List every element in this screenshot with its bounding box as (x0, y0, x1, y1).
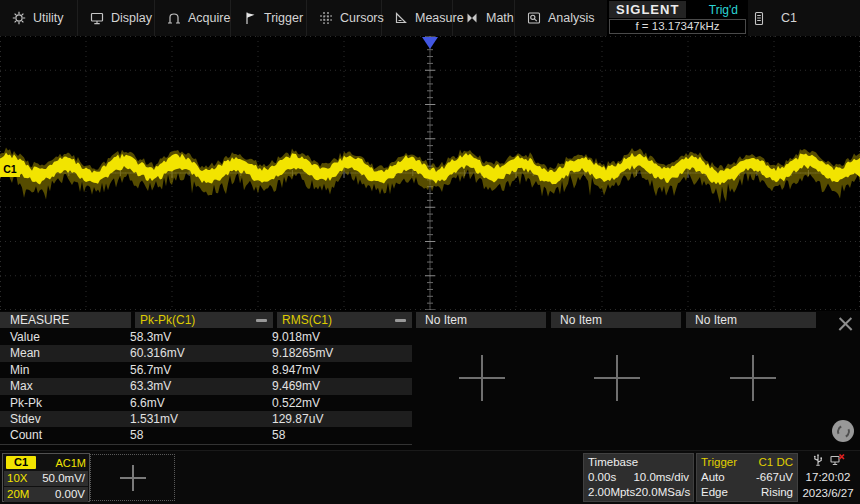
measure-col-pkpk[interactable]: Pk-Pk(C1) (135, 312, 273, 328)
acquire-icon (166, 11, 181, 26)
menu-label: Utility (33, 11, 64, 25)
channel-position-marker[interactable]: C1 (0, 161, 20, 177)
remove-measure-icon[interactable] (395, 319, 406, 322)
rms-value: 9.18265mV (272, 345, 412, 361)
add-measure-icon[interactable] (594, 355, 640, 401)
measure-col-label: No Item (695, 313, 737, 327)
close-icon[interactable] (835, 314, 856, 335)
pkpk-value: 63.3mV (130, 378, 272, 394)
rms-value: 8.947mV (272, 362, 412, 378)
timebase-samplerate: 20.0MSa/s (635, 485, 690, 500)
cursors-icon (318, 11, 333, 26)
menu-label: Analysis (548, 11, 595, 25)
row-label: Count (0, 427, 130, 443)
clock-area: 17:20:02 2023/6/27 (798, 453, 858, 503)
table-row: Max 63.3mV 9.469mV (0, 378, 412, 394)
measure-col-rms[interactable]: RMS(C1) (277, 312, 412, 328)
measure-col-noitem-1[interactable]: No Item (416, 312, 546, 328)
row-label: Value (0, 329, 130, 345)
row-label: Max (0, 378, 130, 394)
timebase-box[interactable]: Timebase 0.00s 10.0ms/div 2.00Mpts 20.0M… (583, 453, 694, 502)
measure-header-row: MEASURE Pk-Pk(C1) RMS(C1) No Item No Ite… (0, 312, 860, 328)
top-menu-bar: Utility Display Acquire (0, 0, 860, 36)
add-measure-icon[interactable] (459, 355, 505, 401)
brand-block: SIGLENT Trig'd f = 13.17347kHz (607, 0, 748, 36)
row-label: Mean (0, 345, 130, 361)
add-channel-box[interactable] (90, 454, 175, 501)
measure-title: MEASURE (10, 313, 69, 327)
pkpk-value: 1.531mV (130, 411, 272, 427)
trigger-position-marker[interactable] (422, 37, 438, 49)
measure-col-label: No Item (560, 313, 602, 327)
trigger-slope: Rising (761, 485, 793, 500)
clock-time: 17:20:02 (798, 469, 858, 485)
trigger-source: C1 DC (758, 455, 793, 470)
menu-label: Display (111, 11, 152, 25)
menu-acquire[interactable]: Acquire (155, 0, 231, 36)
menu-cursors[interactable]: Cursors (307, 0, 382, 36)
menu-trigger[interactable]: Trigger (231, 0, 307, 36)
timebase-scale: 10.0ms/div (633, 470, 689, 485)
rms-value: 0.522mV (272, 395, 412, 411)
table-row: Min 56.7mV 8.947mV (0, 362, 412, 378)
table-row: Stdev 1.531mV 129.87uV (0, 411, 412, 427)
timebase-points: 2.00Mpts (588, 485, 635, 500)
row-label: Min (0, 362, 130, 378)
measure-table: Value 58.3mV 9.018mV Mean 60.316mV 9.182… (0, 329, 412, 445)
menu-label: Cursors (340, 11, 384, 25)
measure-col-noitem-3[interactable]: No Item (686, 312, 816, 328)
pkpk-value: 56.7mV (130, 362, 272, 378)
graticule-svg (0, 36, 860, 310)
lan-disconnected-icon (830, 453, 845, 469)
channel-badge: C1 (6, 456, 36, 469)
trigger-mode: Auto (701, 470, 725, 485)
table-row: Mean 60.316mV 9.18265mV (0, 345, 412, 361)
pkpk-value: 58 (130, 427, 272, 443)
row-label: Pk-Pk (0, 395, 130, 411)
channel-coupling: AC1M (55, 457, 86, 469)
trigger-level-marker[interactable] (851, 163, 860, 177)
measure-col-noitem-2[interactable]: No Item (551, 312, 681, 328)
usb-icon (812, 453, 824, 469)
table-row: Count 58 58 (0, 427, 412, 443)
measure-title-cell: MEASURE (0, 312, 131, 328)
list-icon (752, 11, 766, 26)
trigger-type: Edge (701, 485, 728, 500)
channel-scale: 50.0mV/ (42, 471, 85, 486)
remove-measure-icon[interactable] (256, 319, 267, 322)
menu-analysis[interactable]: Analysis (515, 0, 607, 36)
rms-value: 9.469mV (272, 378, 412, 394)
menu-math[interactable]: Math (453, 0, 515, 36)
flag-icon (242, 11, 257, 26)
analysis-icon (526, 11, 541, 26)
menu-display[interactable]: Display (78, 0, 155, 36)
measure-col-label: No Item (425, 313, 467, 327)
channel-probe: 10X (7, 471, 27, 486)
trigger-title: Trigger (701, 455, 737, 470)
active-channel-indicator[interactable]: C1 (781, 11, 797, 25)
menu-label: Trigger (264, 11, 303, 25)
trigger-box[interactable]: Trigger C1 DC Auto -667uV Edge Rising (696, 453, 798, 502)
frequency-counter: f = 13.17347kHz (609, 19, 746, 34)
gear-icon (11, 11, 26, 26)
menu-label: Math (486, 11, 514, 25)
menu-utility[interactable]: Utility (0, 0, 78, 36)
pkpk-value: 60.316mV (130, 345, 272, 361)
channel-marker-label: C1 (3, 163, 16, 175)
channel-marker-arrow-icon (20, 163, 26, 175)
timebase-title: Timebase (588, 455, 638, 470)
menu-measure[interactable]: Measure (382, 0, 453, 36)
add-measure-icon[interactable] (730, 355, 776, 401)
gesture-handle-icon[interactable] (832, 420, 854, 442)
menu-label: Acquire (188, 11, 230, 25)
row-label: Stdev (0, 411, 130, 427)
math-icon (464, 11, 479, 26)
monitor-icon (89, 11, 104, 26)
channel-descriptor-box[interactable]: C1 AC1M 10X 50.0mV/ 20M 0.00V (2, 453, 90, 502)
oscilloscope-screen: Utility Display Acquire (0, 0, 860, 504)
rms-value: 9.018mV (272, 329, 412, 345)
measure-panel: MEASURE Pk-Pk(C1) RMS(C1) No Item No Ite… (0, 311, 860, 450)
pkpk-value: 58.3mV (130, 329, 272, 345)
add-channel-icon (120, 465, 146, 491)
channel-bandwidth: 20M (7, 487, 29, 502)
